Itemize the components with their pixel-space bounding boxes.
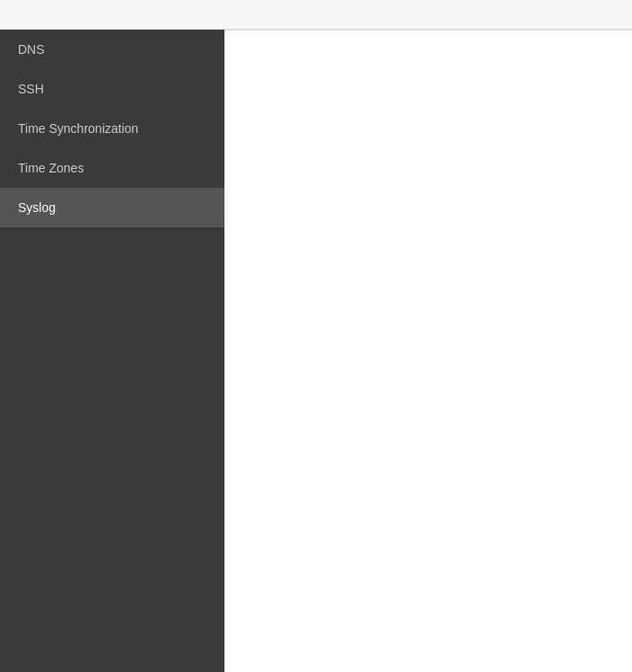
main-layout: DNSSSHTime SynchronizationTime ZonesSysl…: [0, 30, 632, 672]
content-area: [224, 30, 632, 672]
sidebar-item-time-sync[interactable]: Time Synchronization: [0, 109, 224, 148]
sidebar-item-ssh[interactable]: SSH: [0, 69, 224, 109]
form-area: [224, 31, 632, 66]
sidebar-item-syslog[interactable]: Syslog: [0, 188, 224, 227]
page-header: [0, 0, 632, 30]
sidebar-item-dns[interactable]: DNS: [0, 30, 224, 69]
sidebar: DNSSSHTime SynchronizationTime ZonesSysl…: [0, 30, 224, 672]
sidebar-item-time-zones[interactable]: Time Zones: [0, 148, 224, 188]
